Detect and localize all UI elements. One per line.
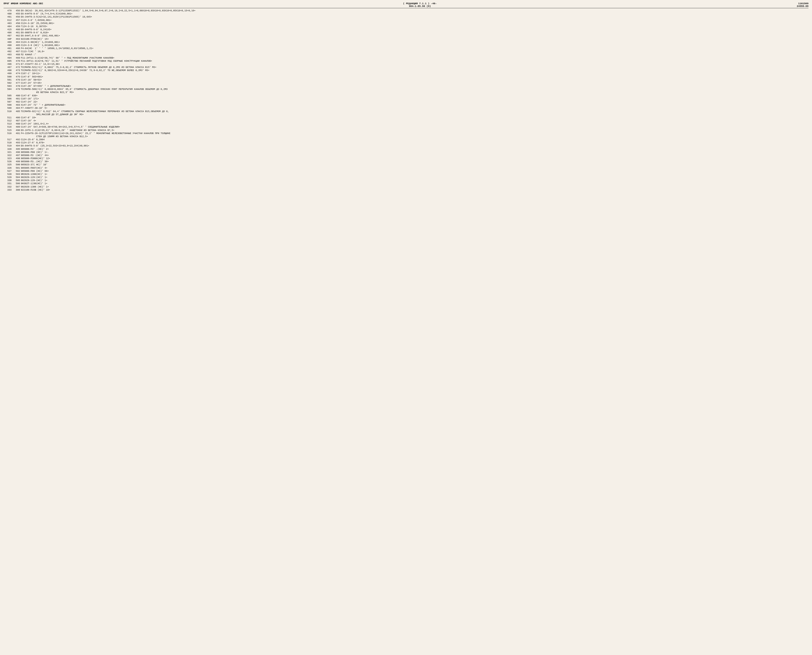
table-row: 333308922100-П15В (НС)' 19• [3,188,809,192]
table-row: 494469F11-2#Т11-1-2(А2=38,74)' 60' ' + П… [3,56,809,60]
table-row: 3315069Н382Т-1(88(НС)' 1• [3,182,809,185]
row-num1: 467 [3,66,12,69]
row-num1: 516 [3,132,12,138]
header-doc-num: 1161509 [797,2,809,5]
table-row: 500475С147-8' 563+601• [3,75,809,78]
row-num2: 474 [12,72,20,75]
row-desc: С124-3-6' 7,6Х5Х0,001• [20,18,809,22]
row-num1: 605 [3,60,12,63]
row-num2: 507 [12,185,20,188]
row-desc: 985800-П3..(НС)' 30• [20,160,809,163]
row-num2: 457 [12,18,20,22]
header-divider [3,8,809,8]
row-num1: 527 [3,169,12,173]
table-row: 330505982929-129-(НС)' 1• [3,179,809,182]
row-num2: 469 [12,56,20,60]
row-desc: С147-26' 97+555' ' + ДОПОЛНИТЕЛЬНЫЕ• [20,85,809,88]
row-num1: 491 [3,47,12,50]
row-num1: 511 [3,116,12,119]
row-desc: 985800-П3' -(НС)' 2• [20,148,809,151]
row-num2: 484 [12,106,20,110]
row-num2: 459 [12,25,20,28]
table-row: 484459Г124-3-16 0,387Х5• [3,25,809,28]
row-desc: F4-225#Т6-26-3(Р11575Р11563)(А2+28,2Х1,0… [20,132,809,138]
row-num1: 333 [3,188,12,192]
row-desc: П2 КАНАЛ :' [20,53,809,56]
table-row: 415460Е6-84#Т6-9-8' 0,241Х5• [3,28,809,31]
row-num2: 462 [12,34,20,37]
row-desc: Е6-34#Т6-3-5(А2+32,1Х1,015#)(Р11581Р1156… [20,15,809,18]
row-num2: 465 [12,44,20,47]
table-row: 505480С147-8' 636• [3,94,809,97]
table-row: 504479ТССМ#П8-509(=1)' 0,08Х8+0,06Х4' 65… [3,88,809,94]
row-num1: 508 [3,103,12,106]
row-num2: 494 [12,144,20,147]
row-desc: С147-24' 19Х1,6+2,4• [20,122,809,125]
row-num2: 477 [12,81,20,85]
table-row: 483458С124-3-10' 25,2Х5Х0,001• [3,22,809,25]
row-num2: 488 [12,122,20,125]
row-num2: 456 [12,15,20,18]
row-desc: Е6-84#Т6-9-8' 0,241Х5• [20,28,809,31]
row-num2: 470 [12,60,20,63]
table-row: 325500985823-37( НС)' 10' [3,163,809,166]
row-num1: 519 [3,144,12,147]
row-desc: С124-3-10' 25,2Х5Х0,001• [20,22,809,25]
table-row: 516491F4-225#Т6-26-3(Р11575Р11563)(А2+28… [3,132,809,138]
row-num2: 503 [12,173,20,176]
row-num2: 502 [12,169,20,173]
row-num2: 458 [12,22,20,25]
table-row: 491466F4-84(НС 1' ' ' ' 10580,1,24/10582… [3,47,809,50]
table-row: 326501985805-П607(НС)' 4• [3,166,809,169]
table-row: 501476С147-16' 58+53• [3,78,809,81]
row-desc: Е6-30(А2- 26,6Х1,02#)#Т6-3-1(Р11536Р1153… [20,9,809,12]
row-num1: 480 [3,12,12,15]
table-row: 486461Е6-808Т6-9-6' 0,018• [3,31,809,34]
row-num2: 487 [12,119,20,122]
table-row: 480455Е6-К4#Т6-9-8' (6,7+4,5+4,5)Х10Х0,0… [3,12,809,15]
row-desc: С147-24' 57+35• [20,81,809,85]
row-num2: 478 [12,85,20,88]
row-num2: 486 [12,116,20,119]
header-right: 1161509 24559-09 [797,2,809,8]
row-desc: 985800-П3006(НС)' 12• [20,157,809,160]
row-desc: 985800-П66 (НС)' 66• [20,169,809,173]
table-row: 507482С147-24' 22• [3,100,809,103]
table-row: 322497985800-П3 :(НС)' 44• [3,154,809,157]
row-num2: 491 [12,132,20,138]
row-num2: 495 [12,148,20,151]
row-desc: С167-16' 171• [20,97,809,100]
row-num1: 501 [3,78,12,81]
row-num1: 515 [3,129,12,132]
row-desc: F11-2#Т11-1-2(А2=38,74)' 60' ' + ПОД МОН… [20,56,809,60]
page-container: ПРОГ ИМЕНЯ КОМПЛЕКС АВС-3ЕС ( РЕДАКЦИЯ 7… [3,2,809,192]
row-num1: 46P [3,37,12,41]
row-num2: 498 [12,157,20,160]
row-desc: С113-7(НС ' 10,6• [20,50,809,53]
row-num1: 513 [3,122,12,125]
row-num1: 512 [3,119,12,122]
table-row: 496471Е7-У23#Т7-54-1' 14,9++15,88• [3,63,809,66]
row-desc: Г124-3-16 0,387Х5• [20,25,809,28]
row-num2: 505 [12,179,20,182]
row-num2: 490 [12,129,20,132]
row-desc: Е6-К4#Т6-9-8' (6,7+4,5+4,5)Х10Х0,001• [20,12,809,15]
row-num2: 463 [12,37,20,41]
row-num2: 466 [12,47,20,50]
row-num1: 506 [3,97,12,100]
table-row: 490465С124-3-9 (НС)' 1,0Х10Х0,001• [3,44,809,47]
row-num2: 483 [12,103,20,106]
row-num2: 500 [12,163,20,166]
row-num2: 476 [12,78,20,81]
row-desc: F4-84(НС 1' ' ' ' 10580,1,24/10582,0,03/… [20,47,809,50]
table-row: 320495985800-П3' -(НС)' 2• [3,148,809,151]
table-row: 612457С124-3-6' 7,6Х5Х0,001• [3,18,809,22]
header-prog-label: ПРОГ ИМЕНЯ КОМПЛЕКС АВС-3ЕС [3,2,43,5]
row-num2: 506 [12,182,20,185]
row-num2: 472 [12,66,20,69]
table-row: 502477С147-24' 57+35• [3,81,809,85]
table-row: 323498985800-П3006(НС)' 12• [3,157,809,160]
row-num1: 529 [3,176,12,179]
row-num1: 499 [3,72,12,75]
table-row: 605470F11-3#Т11-3(А2=8,78)' 11,51' ' УСТ… [3,60,809,63]
